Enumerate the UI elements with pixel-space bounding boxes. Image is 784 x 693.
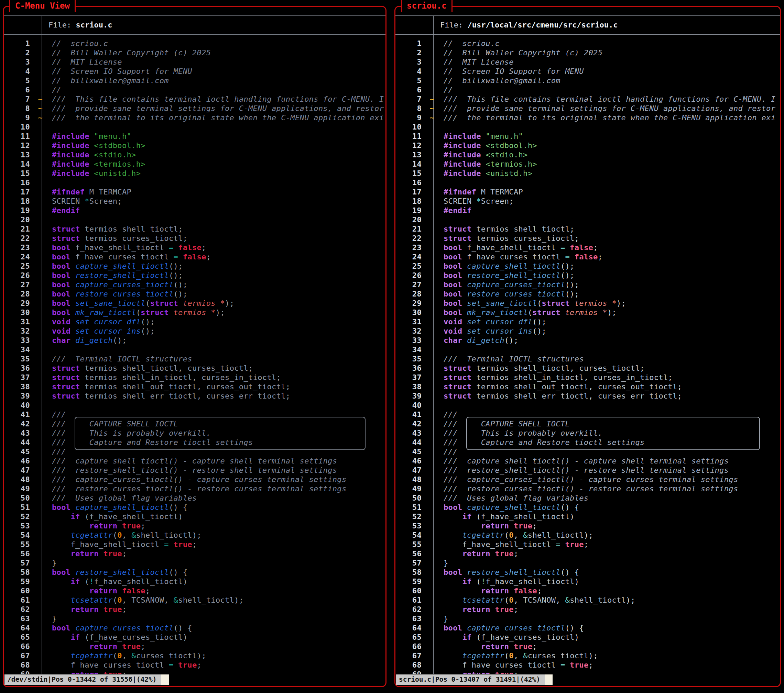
- code-text: /// the terminal to its original state w…: [443, 113, 780, 122]
- fold-tilde-marker: ~: [30, 113, 52, 122]
- fold-tilde-marker: [30, 261, 52, 271]
- line-number: 41: [4, 410, 30, 419]
- code-text: struct termios shell_tioctl, curses_tioc…: [443, 363, 780, 373]
- line-number: 19: [395, 206, 422, 215]
- line-number: 50: [395, 493, 422, 503]
- code-line: 31void set_cursor_dfl();: [4, 317, 385, 327]
- code-line: 27bool capture_curses_tioctl();: [4, 280, 385, 289]
- code-line: 62 return true;: [4, 605, 385, 614]
- line-number: 55: [395, 540, 422, 549]
- fold-tilde-marker: [30, 614, 52, 623]
- line-number: 31: [4, 317, 30, 327]
- line-number: 17: [4, 187, 30, 197]
- code-line: 56 return true;: [4, 549, 385, 558]
- code-line: 51bool capture_shell_tioctl() {: [395, 503, 780, 512]
- code-text: if (f_have_shell_tioctl): [443, 512, 780, 521]
- fold-tilde-marker: [30, 577, 52, 586]
- code-line: 25bool capture_shell_tioctl();: [395, 261, 780, 271]
- code-line: 50/// Uses global flag variables: [4, 493, 385, 503]
- code-text: bool mk_raw_tioctl(struct termios *);: [52, 308, 385, 317]
- fold-tilde-marker: [422, 503, 443, 512]
- line-number: 64: [395, 623, 422, 632]
- line-number: 23: [4, 243, 30, 252]
- code-line: 35/// Terminal IOCTL structures: [4, 354, 385, 363]
- line-number: 8: [4, 104, 30, 113]
- fold-tilde-marker: [30, 568, 52, 577]
- line-number: 32: [395, 327, 422, 336]
- line-number: 58: [4, 568, 30, 577]
- code-line: 24bool f_have_curses_tioctl = false;: [395, 252, 780, 261]
- line-number: 42: [4, 419, 30, 429]
- code-text: /// Terminal IOCTL structures: [52, 354, 385, 363]
- line-number: 42: [395, 419, 422, 429]
- code-text: #include <stdio.h>: [443, 150, 780, 159]
- line-number: 66: [4, 642, 30, 651]
- line-number: 9: [4, 113, 30, 122]
- code-line: 23bool f_have_shell_tioctl = false;: [395, 243, 780, 252]
- code-line: 30bool mk_raw_tioctl(struct termios *);: [4, 308, 385, 317]
- fold-tilde-marker: [422, 549, 443, 558]
- line-number: 49: [4, 484, 30, 493]
- fold-tilde-marker: [30, 141, 52, 150]
- fold-tilde-marker: [30, 475, 52, 484]
- line-number: 13: [395, 150, 422, 159]
- doc-comment-box: [75, 417, 366, 450]
- code-line: 26bool restore_shell_tioctl();: [395, 271, 780, 280]
- status-bar: /dev/stdin|Pos 0-13442 of 31556|(42%): [5, 675, 169, 685]
- code-line: 3// MIT License: [4, 57, 385, 67]
- fold-tilde-marker: [30, 252, 52, 261]
- code-view[interactable]: 1// scriou.c2// Bill Waller Copyright (c…: [4, 39, 385, 674]
- code-text: [52, 401, 385, 410]
- line-number: 20: [395, 215, 422, 224]
- fold-tilde-marker: [422, 382, 443, 391]
- code-line: 8 ~/// provide sane terminal settings fo…: [4, 104, 385, 113]
- viewer-pane-left[interactable]: C-Menu View File: scriou.c 1// scriou.c2…: [3, 6, 387, 687]
- doc-comment-box: [466, 417, 760, 450]
- code-text: // Bill Waller Copyright (c) 2025: [52, 48, 385, 57]
- code-line: 54 tcgetattr(0, &shell_tioctl);: [4, 530, 385, 540]
- status-text: scriou.c|Pos 0-13407 of 31491|(42%): [396, 675, 545, 685]
- line-number: 52: [395, 512, 422, 521]
- code-text: // MIT License: [52, 57, 385, 67]
- line-number: 1: [4, 39, 30, 48]
- code-line: 57}: [4, 558, 385, 568]
- line-number: 48: [4, 475, 30, 484]
- fold-tilde-marker: [30, 605, 52, 614]
- code-line: 38struct termios shell_out_tioctl, curse…: [4, 382, 385, 391]
- code-line: 20: [395, 215, 780, 224]
- fold-tilde-marker: [422, 76, 443, 85]
- line-number: 34: [395, 345, 422, 354]
- code-line: 7 ~/// This file contains terminal ioctl…: [4, 95, 385, 104]
- code-text: //: [443, 85, 780, 95]
- code-line: 37struct termios shell_in_tioctl, curses…: [4, 373, 385, 382]
- code-text: #include <stdbool.h>: [443, 141, 780, 150]
- code-line: 64bool capture_curses_tioctl() {: [395, 623, 780, 632]
- fold-tilde-marker: [422, 317, 443, 327]
- fold-tilde-marker: [422, 540, 443, 549]
- fold-tilde-marker: [30, 336, 52, 345]
- fold-tilde-marker: [30, 632, 52, 642]
- line-number: 52: [4, 512, 30, 521]
- pane-title: C-Menu View: [9, 0, 76, 11]
- fold-tilde-marker: [422, 224, 443, 234]
- code-line: 49/// restore_curses_tioctl() - restore …: [395, 484, 780, 493]
- line-number: 40: [4, 401, 30, 410]
- line-number: 64: [4, 623, 30, 632]
- line-number: 38: [4, 382, 30, 391]
- line-number: 18: [4, 197, 30, 206]
- line-number: 58: [395, 568, 422, 577]
- line-number: 54: [395, 530, 422, 540]
- fold-tilde-marker: [422, 605, 443, 614]
- code-text: bool capture_curses_tioctl();: [443, 280, 780, 289]
- fold-tilde-marker: [30, 289, 52, 299]
- fold-tilde-marker: [30, 429, 52, 438]
- line-number: 44: [4, 438, 30, 447]
- viewer-pane-right[interactable]: scriou.c File: /usr/local/src/cmenu/src/…: [394, 6, 781, 687]
- code-view[interactable]: 1// scriou.c2// Bill Waller Copyright (c…: [395, 39, 780, 674]
- fold-tilde-marker: [30, 484, 52, 493]
- code-line: 29bool set_sane_tioctl(struct termios *)…: [4, 299, 385, 308]
- line-number: 50: [4, 493, 30, 503]
- code-line: 11#include "menu.h": [395, 131, 780, 141]
- code-text: struct termios shell_tioctl;: [443, 224, 780, 234]
- code-line: 40: [4, 401, 385, 410]
